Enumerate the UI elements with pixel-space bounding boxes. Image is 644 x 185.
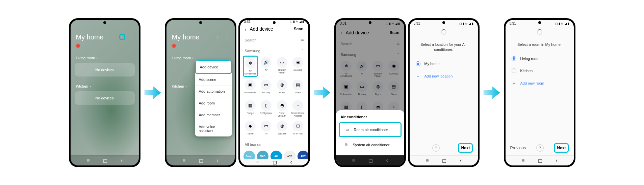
arrow-icon [482, 83, 502, 103]
brand-adt[interactable]: ADT [298, 151, 308, 159]
menu-add-scene[interactable]: Add scene [195, 74, 232, 86]
nav-back-icon[interactable]: ‹ [290, 159, 292, 165]
brand-ac[interactable]: AC [271, 151, 282, 159]
back-icon[interactable]: ‹ [245, 26, 247, 32]
menu-add-voice-assistant[interactable]: Add voice assistant [195, 121, 232, 136]
add-new-location[interactable]: + Add new location [410, 70, 478, 83]
search-input[interactable]: Search [245, 38, 257, 42]
device-blu-ray-player[interactable]: ▭Blu-ray Player [275, 56, 290, 77]
phone-select-location: 3:31 ◻ ▮ ≋ ◢ ▮ Select a location for you… [408, 18, 480, 167]
device-washer[interactable]: ◍Washer [275, 119, 290, 138]
previous-button[interactable]: Previous [510, 146, 526, 150]
device-robot-vacuum[interactable]: ◓Robot vacuum [275, 99, 290, 118]
status-time: 3:31 [414, 22, 420, 25]
radio-kitchen[interactable]: Kitchen [506, 65, 574, 77]
nav-recents-icon[interactable]: ≡ [426, 157, 429, 163]
room-header-living[interactable]: Living room› [71, 54, 139, 62]
more-icon[interactable]: ⋮ [129, 34, 133, 40]
option-label: System air conditioner [353, 143, 390, 147]
device-display[interactable]: ▭Display [259, 78, 274, 97]
nav-bar: ≡ ◻ ‹ [240, 159, 308, 165]
device-oven[interactable]: ▤Oven [290, 78, 306, 97]
option-system-ac[interactable]: ⊞ System air conditioner [339, 138, 402, 151]
option-room-ac[interactable]: ▭ Room air conditioner [339, 122, 402, 137]
loading-spinner-icon [441, 29, 446, 35]
brand-smartthings[interactable]: Smart [243, 151, 255, 159]
chevron-up-icon[interactable]: ⌃ [301, 49, 304, 53]
room-card-kitchen[interactable]: No devices [75, 91, 135, 105]
device-label: Washer [278, 132, 286, 137]
radio-living-room[interactable]: Living room [506, 53, 574, 65]
option-label: Room air conditioner [354, 128, 388, 132]
radio-icon-unchecked [512, 68, 516, 73]
phone-home-1: My home + ⋮ Living room› No devices Kitc… [69, 18, 140, 167]
device-label: TV [265, 132, 268, 137]
scan-button[interactable]: Scan [294, 27, 304, 31]
help-button[interactable]: ? [432, 144, 440, 152]
nav-home-icon[interactable]: ◻ [442, 157, 446, 164]
qr-icon[interactable]: ⌗ [301, 37, 304, 43]
nav-home-icon[interactable]: ◻ [273, 159, 277, 165]
room-header-kitchen[interactable]: Kitchen› [71, 82, 139, 90]
brand-row: Smart2GIGACASTADT [240, 149, 308, 159]
section-all-brands[interactable]: All brands [245, 143, 261, 147]
help-button[interactable]: ? [536, 144, 544, 152]
menu-add-member[interactable]: Add member [195, 109, 232, 121]
device-icon: ▭ [261, 121, 272, 131]
menu-add-device[interactable]: Add device [195, 60, 232, 74]
section-samsung[interactable]: Samsung [245, 49, 260, 53]
device-tv[interactable]: ▭TV [259, 119, 274, 138]
device-label: Tracker [246, 132, 254, 137]
device-wi-fi-hub[interactable]: ⊡Wi-Fi Hub [290, 119, 306, 138]
ac-type-bottom-sheet: Air conditioner ▭ Room air conditioner ⊞… [336, 110, 404, 155]
room-ac-icon: ▭ [344, 127, 350, 132]
camera-hole [103, 21, 106, 24]
nav-recents-icon[interactable]: ≡ [182, 157, 185, 163]
radio-my-home[interactable]: My home [410, 58, 478, 70]
device-label: Oven [295, 91, 301, 96]
nav-back-icon[interactable]: ‹ [121, 157, 122, 163]
add-new-room[interactable]: + Add new room [506, 77, 574, 90]
device-icon: ▣ [245, 80, 256, 90]
home-title[interactable]: My home [172, 33, 200, 41]
device-tracker[interactable]: ◆Tracker [243, 119, 258, 138]
status-time: 3:31 [244, 20, 251, 24]
nav-back-icon[interactable]: ‹ [216, 157, 218, 163]
device-dishwasher[interactable]: ▣Dishwasher [243, 78, 258, 97]
device-label: Smart Home Adapter [291, 112, 305, 117]
nav-recents-icon[interactable]: ≡ [521, 157, 524, 163]
next-button[interactable]: Next [554, 143, 569, 153]
arrow-icon [312, 83, 332, 103]
room-card-living[interactable]: No devices [75, 63, 135, 76]
more-icon[interactable]: ⋮ [225, 34, 229, 40]
device-dryer[interactable]: ◍Dryer [275, 78, 290, 97]
phone-add-device: 3:31 ◻ ▮ ≋ ◢ ▮ ‹ Add device Scan Search … [238, 18, 310, 167]
nav-home-icon[interactable]: ◻ [103, 157, 107, 164]
device-icon: ▫ [292, 100, 303, 111]
home-title[interactable]: My home [76, 33, 104, 41]
camera-hole [273, 21, 276, 24]
device-cooktop[interactable]: ◉Cooktop [290, 56, 306, 77]
camera-hole [199, 21, 202, 24]
page-title: Add device [250, 26, 273, 32]
device-refrigerator[interactable]: ▯Refrigerator [259, 99, 274, 118]
device-icon: ▯ [261, 100, 272, 111]
nav-recents-icon[interactable]: ≡ [86, 157, 89, 163]
device-air-conditioner[interactable]: ❄Air conditioner [243, 56, 258, 77]
nav-recents-icon[interactable]: ≡ [256, 159, 259, 165]
nav-home-icon[interactable]: ◻ [199, 157, 203, 164]
brand-ast[interactable]: AST [284, 151, 295, 159]
device-range[interactable]: ▦Range [243, 99, 258, 118]
nav-back-icon[interactable]: ‹ [556, 157, 557, 163]
device-smart-home-adapter[interactable]: ▫Smart Home Adapter [290, 99, 306, 118]
nav-home-icon[interactable]: ◻ [538, 157, 542, 164]
brand-2gig[interactable]: 2GIG [257, 151, 268, 159]
device-av[interactable]: 🔊AV [259, 56, 274, 77]
menu-add-automation[interactable]: Add automation [195, 86, 232, 97]
nav-back-icon[interactable]: ‹ [460, 157, 461, 163]
add-button[interactable]: + [119, 34, 125, 40]
device-icon: ❄ [245, 58, 256, 69]
menu-add-room[interactable]: Add room [195, 97, 232, 109]
next-button[interactable]: Next [458, 143, 473, 153]
add-button[interactable]: + [215, 34, 221, 40]
